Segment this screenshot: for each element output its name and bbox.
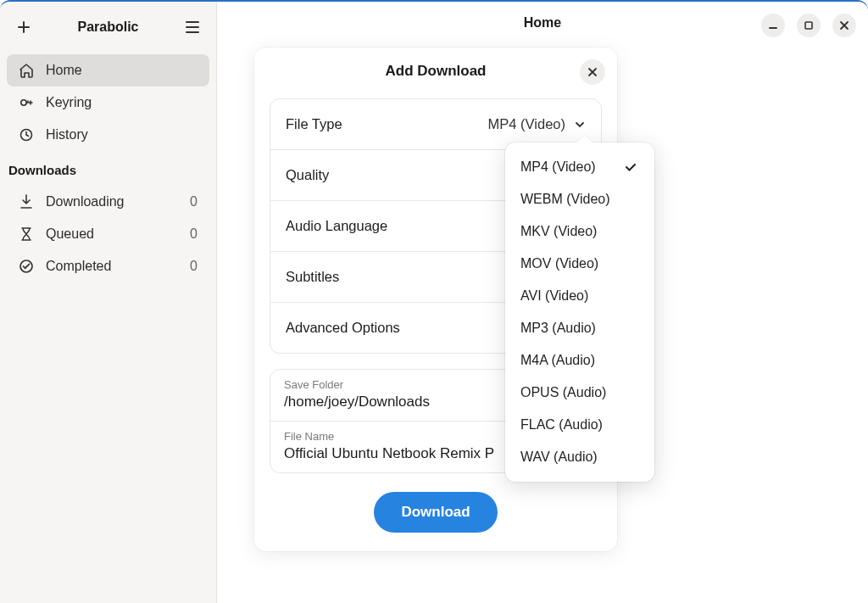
dropdown-item-label: WEBM (Video) [520, 192, 610, 207]
dropdown-item[interactable]: WAV (Audio) [505, 441, 654, 473]
dialog-close-button[interactable] [580, 59, 605, 85]
sidebar-item-label: Home [46, 63, 82, 78]
page-title: Home [524, 15, 561, 31]
plus-icon [17, 20, 31, 34]
dropdown-item-label: MOV (Video) [520, 256, 598, 271]
option-value: MP4 (Video) [488, 116, 586, 132]
dialog-title: Add Download [386, 63, 487, 80]
dropdown-item-label: OPUS (Audio) [520, 385, 606, 400]
dropdown-item[interactable]: MP4 (Video) [505, 151, 654, 183]
dropdown-item[interactable]: WEBM (Video) [505, 183, 654, 215]
dropdown-item-label: M4A (Audio) [520, 353, 595, 368]
dropdown-item-label: WAV (Audio) [520, 449, 598, 465]
svg-rect-3 [805, 22, 812, 29]
option-value-text: MP4 (Video) [488, 116, 565, 132]
sidebar-item-label: Downloading [46, 194, 125, 209]
history-icon [19, 127, 34, 142]
nav-section: Home Keyring History [0, 54, 216, 151]
sidebar-item-label: Keyring [46, 95, 92, 110]
dropdown-item-label: FLAC (Audio) [520, 417, 603, 433]
hamburger-button[interactable] [179, 14, 206, 41]
sidebar-header: Parabolic [0, 8, 216, 54]
dropdown-item-label: AVI (Video) [520, 288, 588, 304]
dropdown-item[interactable]: MOV (Video) [505, 248, 654, 280]
check-circle-icon [19, 259, 34, 274]
dropdown-item[interactable]: FLAC (Audio) [505, 409, 654, 441]
maximize-button[interactable] [797, 14, 821, 37]
hourglass-icon [19, 226, 34, 242]
maximize-icon [804, 20, 814, 31]
download-icon [19, 194, 34, 209]
sidebar-item-label: Queued [46, 226, 94, 242]
section-heading-downloads: Downloads [0, 151, 216, 186]
dropdown-item-label: MKV (Video) [520, 224, 597, 239]
option-label: Quality [286, 167, 329, 183]
downloads-section: Downloading 0 Queued 0 Completed 0 [0, 186, 216, 282]
count-badge: 0 [190, 226, 198, 242]
dropdown-item[interactable]: MP3 (Audio) [505, 312, 654, 344]
dropdown-item[interactable]: OPUS (Audio) [505, 377, 654, 409]
key-icon [19, 95, 34, 110]
hamburger-icon [186, 21, 199, 33]
count-badge: 0 [190, 259, 198, 274]
sidebar-item-queued[interactable]: Queued 0 [7, 218, 209, 250]
file-type-dropdown: MP4 (Video) WEBM (Video) MKV (Video) MOV… [505, 142, 654, 482]
dropdown-item[interactable]: MKV (Video) [505, 215, 654, 248]
sidebar-item-downloading[interactable]: Downloading 0 [7, 186, 209, 218]
count-badge: 0 [190, 194, 198, 209]
option-label: Subtitles [286, 269, 339, 285]
option-label: File Type [286, 116, 342, 132]
app-title: Parabolic [77, 20, 138, 35]
main-header: Home [217, 2, 868, 44]
dropdown-item[interactable]: M4A (Audio) [505, 344, 654, 377]
close-icon [587, 67, 598, 77]
check-icon [624, 160, 639, 174]
dropdown-item[interactable]: AVI (Video) [505, 280, 654, 312]
sidebar-item-history[interactable]: History [7, 119, 209, 151]
sidebar-item-keyring[interactable]: Keyring [7, 87, 209, 119]
home-icon [19, 63, 34, 78]
minimize-icon [768, 20, 778, 31]
dialog-header: Add Download [254, 47, 617, 92]
sidebar-item-label: Completed [46, 259, 111, 274]
minimize-button[interactable] [761, 14, 785, 37]
download-button[interactable]: Download [374, 492, 497, 533]
window-controls [761, 14, 856, 37]
close-button[interactable] [832, 14, 856, 37]
sidebar: Parabolic Home Keyring History Downloads [0, 2, 217, 603]
chevron-down-icon [574, 119, 586, 131]
option-label: Advanced Options [286, 320, 400, 336]
dropdown-item-label: MP4 (Video) [520, 159, 596, 175]
sidebar-item-home[interactable]: Home [7, 54, 209, 87]
option-label: Audio Language [286, 218, 387, 234]
add-button[interactable] [10, 14, 37, 41]
close-icon [839, 20, 849, 31]
dropdown-item-label: MP3 (Audio) [520, 321, 596, 336]
sidebar-item-completed[interactable]: Completed 0 [7, 250, 209, 282]
sidebar-item-label: History [46, 127, 88, 142]
